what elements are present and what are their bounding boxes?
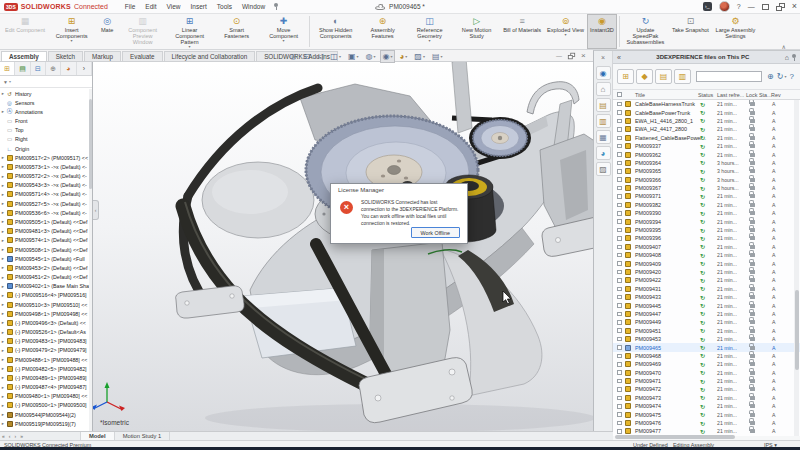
ribbon-button-exploded-view[interactable]: ⊚Exploded View▾ [544, 14, 587, 49]
file-row[interactable]: PM009366↻3 hours...A [613, 176, 800, 184]
dropdown-caret-icon[interactable]: ▾ [356, 52, 358, 61]
tree-item[interactable]: ▸PM009519[PM009519](7) [0, 419, 89, 428]
tree-item[interactable]: ▸PM009488<1> [PM009488] << [0, 355, 89, 364]
row-checkbox[interactable] [617, 318, 622, 326]
tree-item[interactable]: ▸(-) PM009479<2> [PM009479] [0, 346, 89, 355]
column-header-last-refre[interactable]: Last refre... [717, 92, 744, 98]
panel-collapse-handle[interactable]: ‹ [93, 200, 99, 220]
menu-view[interactable]: View [162, 1, 186, 12]
row-checkbox[interactable] [617, 108, 622, 116]
tree-item[interactable]: ▸PM009451<2> (Default) <<Def [0, 272, 89, 281]
ribbon-button-update-speedpak-subassemblies[interactable]: ↻Update SpeedPak Subassemblies [622, 14, 669, 49]
file-row[interactable]: PM009474↻21 min...A [613, 402, 800, 410]
menu-tools[interactable]: Tools [212, 1, 237, 12]
row-checkbox[interactable] [617, 167, 622, 175]
pane-pin-icon[interactable] [792, 54, 796, 61]
refresh-button[interactable]: ↻▾ [777, 72, 787, 81]
file-row[interactable]: PM009453↻21 min...A [613, 335, 800, 343]
file-row[interactable]: PM009476↻21 min...A [613, 419, 800, 427]
file-row[interactable]: EWA_H2_4417_2800↻21 min...A [613, 125, 800, 133]
work-offline-button[interactable]: Work Offline [411, 227, 460, 238]
file-row[interactable]: PM009365↻3 hours...A [613, 167, 800, 175]
file-row[interactable]: PM009382↻21 min...A [613, 201, 800, 209]
tree-item[interactable]: ▸(-) PM009496<3> (Default) << [0, 318, 89, 327]
tab-lifecycle-and-collaboration[interactable]: Lifecycle and Collaboration [164, 51, 256, 62]
filter-assemblies-button[interactable]: ⊞ [617, 69, 634, 84]
task-pane-tab-design-library[interactable]: ▤ [596, 98, 611, 112]
column-header-title[interactable]: Title [635, 92, 645, 98]
row-checkbox[interactable] [617, 402, 622, 410]
ribbon-button-large-assembly-settings[interactable]: ⚙Large Assembly Settings [712, 14, 759, 49]
file-row[interactable]: PM009431↻21 min...A [613, 285, 800, 293]
tab-sketch[interactable]: Sketch [48, 51, 83, 62]
column-header-lock-sta[interactable]: Lock Sta... [746, 92, 771, 98]
tree-item[interactable]: ▭Right [0, 135, 89, 144]
tree-item[interactable]: ▸PM009505<1> (Default) <<Def [0, 217, 89, 226]
pin-menu-icon[interactable] [274, 3, 278, 10]
menu-window[interactable]: Window [237, 1, 270, 12]
file-row[interactable]: PM009422↻21 min...A [613, 276, 800, 284]
task-pane-close-icon[interactable]: × [594, 51, 612, 64]
dropdown-caret-icon[interactable]: ▾ [423, 52, 425, 61]
tree-item[interactable]: ▸(-) PM009487<4> [PM009487] [0, 383, 89, 392]
ribbon-button-reference-geometry[interactable]: ◫Reference Geometry▾ [406, 14, 453, 49]
dropdown-caret-icon[interactable]: ▾ [441, 52, 443, 61]
dropdown-caret-icon[interactable]: ▾ [784, 74, 786, 79]
row-checkbox[interactable] [617, 377, 622, 385]
dropdown-caret-icon[interactable]: ▾ [283, 39, 285, 43]
console-icon[interactable]: ›_ [703, 2, 712, 11]
tree-item[interactable]: ▭Top [0, 126, 89, 135]
row-checkbox[interactable] [617, 419, 622, 427]
row-checkbox[interactable] [617, 352, 622, 360]
row-checkbox[interactable] [617, 176, 622, 184]
tree-item[interactable]: ▸PM009481<3> (Default) <<Def [0, 227, 89, 236]
tree-item[interactable]: ▸PM009536<6> ->x (Default) <- [0, 208, 89, 217]
row-checkbox[interactable] [617, 142, 622, 150]
task-pane-tab-3dexperience[interactable]: ◉ [596, 66, 611, 80]
file-row[interactable]: PM009451↻21 min...A [613, 327, 800, 335]
tree-item[interactable]: ▭Front [0, 117, 89, 126]
file-row[interactable]: PM009433↻21 min...A [613, 293, 800, 301]
configurationmanager-tab-icon[interactable]: ⊟ [31, 62, 46, 75]
ribbon-button-move-component[interactable]: ✚Move Component▾ [260, 14, 307, 49]
row-checkbox[interactable] [617, 369, 622, 377]
file-row[interactable]: PM009471↻21 min...A [613, 377, 800, 385]
menu-file[interactable]: File [120, 1, 140, 12]
file-row[interactable]: PM009447↻21 min...A [613, 310, 800, 318]
dropdown-caret-icon[interactable]: ▾ [390, 52, 392, 61]
tree-item[interactable]: ▸↺History [0, 89, 89, 98]
add-document-button[interactable]: ⊕ [767, 72, 774, 81]
zoom-to-area-icon[interactable]: ⊡ [301, 50, 313, 63]
select-all-checkbox[interactable] [617, 92, 622, 97]
hide-show-items-icon[interactable]: ◉▾ [380, 50, 395, 63]
propertymanager-tab-icon[interactable]: ▤ [15, 62, 30, 75]
row-checkbox[interactable] [617, 335, 622, 343]
dimxpertmanager-tab-icon[interactable]: ⊕ [46, 62, 61, 75]
row-checkbox[interactable] [617, 100, 622, 108]
row-checkbox[interactable] [617, 243, 622, 251]
row-checkbox[interactable] [617, 285, 622, 293]
filter-folders-button[interactable]: ▥ [674, 69, 691, 84]
file-row[interactable]: PM009445↻21 min...A [613, 301, 800, 309]
tree-item[interactable]: ▸PM009510<3> [PM009510] << [0, 300, 89, 309]
file-row[interactable]: PM009465↻21 min...A [613, 343, 800, 351]
file-row[interactable]: PM009475↻21 min...A [613, 410, 800, 418]
edit-appearance-icon[interactable]: ◕▾ [397, 50, 410, 63]
file-row[interactable]: PM009390↻21 min...A [613, 209, 800, 217]
file-row[interactable]: PM009367↻3 hours...A [613, 184, 800, 192]
tree-scrollbar[interactable] [89, 89, 92, 431]
file-row[interactable]: PM009470↻21 min...A [613, 369, 800, 377]
file-row[interactable]: PM009473↻21 min...A [613, 394, 800, 402]
row-checkbox[interactable] [617, 125, 622, 133]
ribbon-button-take-snapshot[interactable]: ⊡Take Snapshot [669, 14, 712, 49]
tree-item[interactable]: ▸PM009508<1> (Default) <<Def [0, 245, 89, 254]
vertical-scrollbar[interactable] [794, 100, 799, 436]
tree-item[interactable]: ▸PM009571<4> ->x (Default) <- [0, 190, 89, 199]
row-checkbox[interactable] [617, 410, 622, 418]
user-avatar[interactable] [719, 1, 730, 12]
view-settings-icon[interactable]: ▤▾ [429, 50, 445, 63]
row-checkbox[interactable] [617, 259, 622, 267]
row-checkbox[interactable] [617, 276, 622, 284]
task-pane-tab-solidworks-resources[interactable]: ⌂ [596, 82, 611, 96]
view-orientation-icon[interactable]: ▣▾ [345, 50, 361, 63]
